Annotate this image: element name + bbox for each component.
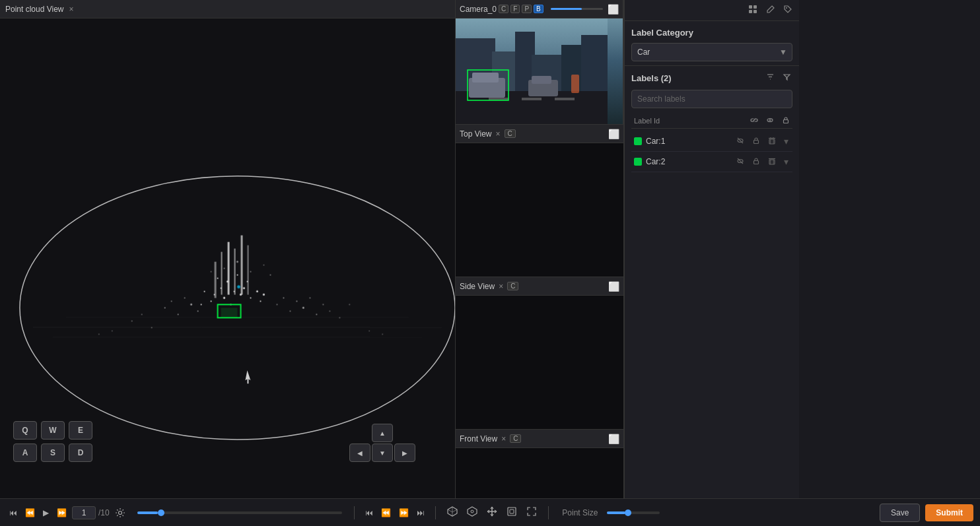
car1-eye-slash-btn[interactable] (735, 135, 746, 148)
front-view-close-btn[interactable]: × (500, 434, 507, 444)
save-button[interactable]: Save (880, 504, 920, 522)
svg-rect-72 (522, 98, 542, 100)
nav-arrows-overlay: ▲ ◀ ▼ ▶ (349, 424, 415, 462)
play-btn[interactable]: ▶ (40, 507, 52, 519)
car2-delete-btn[interactable] (767, 155, 777, 168)
key-a[interactable]: A (13, 444, 37, 462)
side-view-close-btn[interactable]: × (497, 282, 505, 291)
car2-eye-slash-btn[interactable] (735, 155, 746, 168)
front-view-badge: C (510, 434, 521, 443)
key-row-2: A S D (13, 444, 92, 462)
timeline-controls: ⏮ ⏪ ▶ ⏩ 1 /10 (7, 506, 128, 519)
annotation-tools: ⏮ ⏪ ⏩ ⏭ (363, 507, 427, 519)
next2-btn[interactable]: ⏩ (396, 507, 411, 519)
top-view-close-btn[interactable]: × (494, 129, 501, 139)
svg-rect-21 (234, 249, 235, 295)
side-view-content[interactable] (456, 296, 623, 429)
search-labels-input[interactable] (631, 90, 792, 108)
svg-point-60 (269, 274, 271, 275)
key-d[interactable]: D (69, 444, 92, 462)
rotate-tool-btn[interactable] (464, 503, 481, 523)
svg-point-111 (471, 510, 473, 513)
sort-icon-btn[interactable] (765, 71, 776, 84)
key-row-1: Q W E (13, 421, 92, 440)
point-cloud-close-btn[interactable]: × (68, 5, 75, 14)
svg-point-45 (349, 304, 350, 305)
arrow-right-btn[interactable]: ▶ (394, 444, 415, 462)
labels-header: Labels (2) (631, 71, 792, 84)
camera-badge-c: C (499, 5, 508, 13)
submit-button[interactable]: Submit (925, 504, 973, 521)
skip-start2-btn[interactable]: ⏮ (363, 507, 376, 519)
label-color-car2 (634, 158, 642, 166)
camera-slider-track[interactable] (551, 8, 603, 10)
label-panel-edit-btn[interactable] (765, 3, 777, 17)
prev-btn[interactable]: ⏪ (22, 507, 38, 519)
point-cloud-content[interactable]: Q W E A S D ▲ ◀ ▼ ▶ (0, 18, 455, 498)
svg-rect-83 (749, 5, 752, 9)
top-view-content[interactable] (456, 143, 623, 277)
camera-expand-btn[interactable]: ⬜ (608, 4, 619, 15)
label-panel-tag-btn[interactable] (782, 3, 794, 17)
svg-rect-106 (769, 160, 775, 164)
arrow-up-btn[interactable]: ▲ (372, 424, 393, 442)
side-view-expand-btn[interactable]: ⬜ (608, 281, 619, 292)
front-view-expand-btn[interactable]: ⬜ (608, 434, 619, 444)
label-category-section: Label Category Car Truck Person Bicycle … (625, 21, 799, 65)
next-btn[interactable]: ⏩ (54, 507, 69, 519)
top-view-label: Top View (460, 129, 491, 139)
label-row-car2[interactable]: Car:2 (631, 152, 792, 172)
key-w[interactable]: W (41, 421, 65, 440)
front-view-label: Front View (460, 434, 497, 444)
point-size-track[interactable] (607, 511, 660, 514)
category-select[interactable]: Car Truck Person Bicycle (631, 43, 792, 61)
arrow-left-btn[interactable]: ◀ (349, 444, 370, 462)
svg-point-8 (250, 297, 251, 298)
cube-tool-btn[interactable] (444, 503, 461, 523)
skip-start-btn[interactable]: ⏮ (7, 507, 20, 519)
svg-point-37 (309, 297, 310, 298)
label-row-car1[interactable]: Car:1 (631, 131, 792, 152)
maximize-tool-btn[interactable] (523, 503, 540, 523)
key-q[interactable]: Q (13, 421, 37, 440)
label-panel-icon1-btn[interactable] (746, 3, 759, 18)
svg-point-91 (767, 119, 773, 122)
car1-delete-btn[interactable] (767, 135, 777, 148)
frame-number-input[interactable]: 1 (72, 506, 96, 519)
svg-point-41 (141, 313, 143, 315)
filter-icons (765, 71, 792, 84)
prev2-btn[interactable]: ⏪ (378, 507, 394, 519)
side-view-badge: C (507, 282, 518, 290)
svg-point-57 (250, 271, 251, 272)
svg-rect-113 (510, 510, 514, 513)
key-e[interactable]: E (69, 421, 92, 440)
front-view-content[interactable] (456, 448, 623, 498)
move-tool-btn[interactable] (483, 503, 501, 523)
timeline-track[interactable] (137, 511, 343, 514)
svg-point-11 (236, 274, 238, 275)
point-cloud-panel: Point cloud View × (0, 0, 456, 498)
arrow-down-btn[interactable]: ▼ (372, 444, 393, 462)
top-view-header: Top View × C ⬜ (456, 125, 623, 143)
svg-point-43 (329, 310, 330, 312)
svg-rect-20 (228, 242, 230, 295)
svg-rect-82 (456, 449, 623, 498)
key-s[interactable]: S (41, 444, 65, 462)
car2-lock-btn[interactable] (751, 155, 761, 168)
filter-icon-btn[interactable] (781, 71, 792, 84)
camera-badge-b: B (534, 5, 543, 13)
skip-end2-btn[interactable]: ⏭ (414, 507, 427, 519)
car2-expand-btn[interactable]: ▾ (783, 155, 790, 168)
top-view-expand-btn[interactable]: ⬜ (608, 129, 619, 139)
svg-rect-50 (221, 308, 238, 317)
svg-rect-23 (247, 246, 248, 295)
top-view-badge: C (505, 129, 516, 138)
scale-tool-btn[interactable] (503, 503, 520, 523)
svg-point-27 (171, 300, 172, 302)
car1-expand-btn[interactable]: ▾ (783, 135, 790, 148)
car1-lock-btn[interactable] (751, 135, 761, 148)
svg-rect-105 (754, 161, 759, 164)
point-size-label: Point Size (562, 508, 598, 517)
svg-point-28 (178, 313, 179, 315)
settings-btn[interactable] (112, 506, 128, 519)
